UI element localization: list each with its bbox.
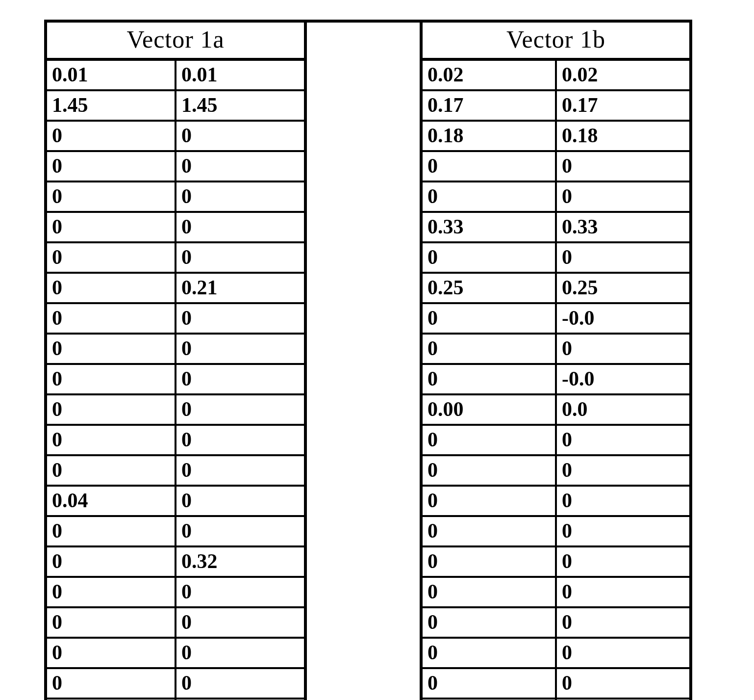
cell: 0 [556, 151, 689, 181]
cell: 0 [176, 151, 304, 181]
table-row: 00 [47, 425, 304, 455]
cell: 0.33 [556, 212, 689, 242]
cell: 0 [47, 577, 176, 607]
table-row: 00 [47, 181, 304, 212]
cell: 0 [176, 364, 304, 394]
cell: 0.02 [556, 59, 689, 90]
cell: 0 [47, 516, 176, 546]
cell: 0 [556, 425, 689, 455]
vector-1b-table: Vector 1b 0.020.02 0.170.17 0.180.18 00 … [423, 23, 689, 700]
table-row: 00 [47, 121, 304, 151]
cell: 0 [423, 516, 556, 546]
cell: 0 [47, 151, 176, 181]
cell: 0.01 [176, 59, 304, 90]
cell: 0 [423, 546, 556, 577]
table-row: 0.000.0 [423, 394, 689, 425]
table-row: 0-0.0 [423, 303, 689, 334]
cell: 1.45 [47, 90, 176, 121]
cell: 0 [47, 455, 176, 486]
table-row: 00 [423, 516, 689, 546]
cell: 0 [556, 334, 689, 364]
cell: 0 [556, 455, 689, 486]
cell: 0 [47, 212, 176, 242]
table-row: 00 [423, 486, 689, 516]
cell: 0 [423, 638, 556, 668]
cell: 0 [176, 212, 304, 242]
cell: 0 [176, 121, 304, 151]
cell: 0 [423, 181, 556, 212]
cell: 0 [423, 577, 556, 607]
table-row: 00 [423, 151, 689, 181]
cell: 0 [176, 577, 304, 607]
cell: 0 [176, 181, 304, 212]
table-row: 00 [47, 394, 304, 425]
cell: 0.0 [556, 394, 689, 425]
cell: 0.02 [423, 59, 556, 90]
table-row: 00 [423, 242, 689, 273]
cell: 0 [423, 425, 556, 455]
table-row: 0.330.33 [423, 212, 689, 242]
cell: 0 [423, 334, 556, 364]
table-row: 00.21 [47, 273, 304, 303]
table-row: 00 [47, 607, 304, 638]
table-row: 00 [47, 577, 304, 607]
table-row: 00 [47, 668, 304, 699]
cell: 0 [423, 151, 556, 181]
table-row: 00 [47, 151, 304, 181]
cell: 0 [556, 668, 689, 699]
cell: 0.00 [423, 394, 556, 425]
cell: 0.21 [176, 273, 304, 303]
cell: 0 [47, 607, 176, 638]
cell: 0 [423, 668, 556, 699]
table-row: 00 [423, 638, 689, 668]
cell: 0 [556, 577, 689, 607]
table-row: 00 [423, 607, 689, 638]
table-row: 0.010.01 [47, 59, 304, 90]
cell: 0 [47, 121, 176, 151]
table-row: 00 [423, 425, 689, 455]
cell: 0 [176, 668, 304, 699]
cell: 0 [47, 425, 176, 455]
cell: 0 [176, 638, 304, 668]
table-row: 00 [47, 242, 304, 273]
cell: 0 [556, 546, 689, 577]
cell: 0 [47, 394, 176, 425]
table-row: 00.32 [47, 546, 304, 577]
cell: 0.01 [47, 59, 176, 90]
cell: 0 [176, 242, 304, 273]
cell: 0 [423, 607, 556, 638]
cell: 0 [423, 486, 556, 516]
cell: 0 [556, 516, 689, 546]
table-row: 00 [423, 546, 689, 577]
table-row: 00 [423, 668, 689, 699]
table-row: 00 [47, 516, 304, 546]
table-row: 00 [423, 577, 689, 607]
cell: 0 [176, 455, 304, 486]
cell: 0 [47, 364, 176, 394]
cell: 0 [176, 394, 304, 425]
cell: 0 [47, 273, 176, 303]
table-row: 00 [47, 638, 304, 668]
cell: 0 [47, 546, 176, 577]
cell: 0 [423, 242, 556, 273]
cell: 0 [556, 607, 689, 638]
cell: 0.18 [556, 121, 689, 151]
vector-1a-header: Vector 1a [47, 23, 304, 59]
table-row: 00 [47, 212, 304, 242]
cell: 0 [47, 638, 176, 668]
cell: 0 [556, 181, 689, 212]
table-row: 00 [423, 181, 689, 212]
vector-1a-table: Vector 1a 0.010.01 1.451.45 00 00 00 00 … [47, 23, 304, 700]
cell: -0.0 [556, 303, 689, 334]
cell: 0.17 [556, 90, 689, 121]
table-row: 00 [47, 303, 304, 334]
cell: 1.45 [176, 90, 304, 121]
cell: 0.04 [47, 486, 176, 516]
cell: 0 [47, 303, 176, 334]
cell: 0 [176, 486, 304, 516]
table-row: 0-0.0 [423, 364, 689, 394]
cell: 0 [423, 455, 556, 486]
table-row: 0.170.17 [423, 90, 689, 121]
cell: 0.32 [176, 546, 304, 577]
cell: 0 [423, 303, 556, 334]
